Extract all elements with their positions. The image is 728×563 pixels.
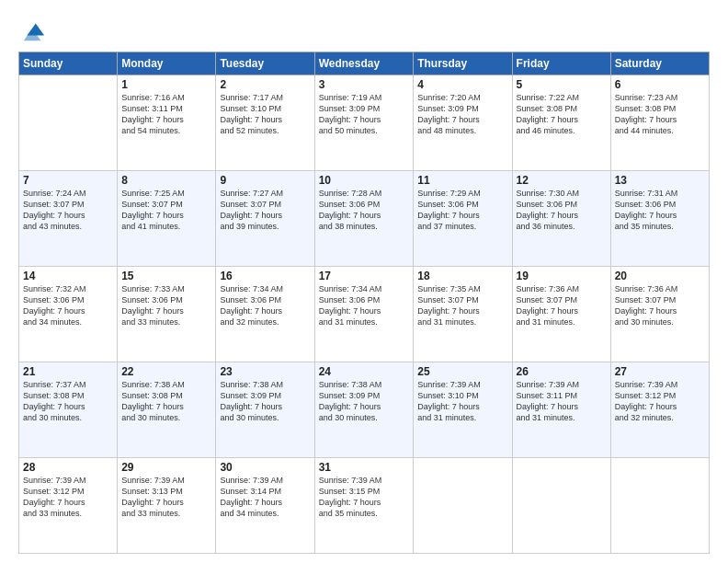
day-info: Sunrise: 7:25 AM Sunset: 3:07 PM Dayligh… [121, 188, 211, 233]
calendar-cell: 8Sunrise: 7:25 AM Sunset: 3:07 PM Daylig… [118, 171, 216, 267]
day-info: Sunrise: 7:32 AM Sunset: 3:06 PM Dayligh… [23, 283, 113, 328]
day-number: 24 [319, 365, 410, 378]
calendar-cell: 13Sunrise: 7:31 AM Sunset: 3:06 PM Dayli… [610, 171, 709, 267]
calendar-cell: 15Sunrise: 7:33 AM Sunset: 3:06 PM Dayli… [118, 267, 216, 362]
calendar-cell: 23Sunrise: 7:38 AM Sunset: 3:09 PM Dayli… [216, 362, 314, 458]
calendar-cell: 26Sunrise: 7:39 AM Sunset: 3:11 PM Dayli… [512, 362, 610, 458]
day-info: Sunrise: 7:34 AM Sunset: 3:06 PM Dayligh… [319, 283, 410, 328]
calendar-cell: 11Sunrise: 7:29 AM Sunset: 3:06 PM Dayli… [414, 171, 512, 267]
day-number: 5 [517, 78, 607, 91]
day-number: 7 [23, 174, 113, 187]
day-info: Sunrise: 7:24 AM Sunset: 3:07 PM Dayligh… [23, 188, 113, 233]
calendar-cell: 1Sunrise: 7:16 AM Sunset: 3:11 PM Daylig… [118, 75, 216, 171]
day-info: Sunrise: 7:31 AM Sunset: 3:06 PM Dayligh… [615, 188, 705, 233]
calendar-cell: 2Sunrise: 7:17 AM Sunset: 3:10 PM Daylig… [216, 75, 314, 171]
logo [18, 17, 46, 42]
day-info: Sunrise: 7:39 AM Sunset: 3:14 PM Dayligh… [220, 475, 310, 520]
day-info: Sunrise: 7:38 AM Sunset: 3:08 PM Dayligh… [121, 379, 211, 424]
day-number: 26 [517, 365, 607, 378]
day-number: 15 [121, 270, 211, 282]
calendar-cell: 29Sunrise: 7:39 AM Sunset: 3:13 PM Dayli… [118, 458, 216, 554]
day-info: Sunrise: 7:34 AM Sunset: 3:06 PM Dayligh… [220, 283, 310, 328]
calendar-cell: 9Sunrise: 7:27 AM Sunset: 3:07 PM Daylig… [216, 171, 314, 267]
day-number: 27 [615, 365, 705, 378]
calendar-cell: 19Sunrise: 7:36 AM Sunset: 3:07 PM Dayli… [512, 267, 610, 362]
calendar-cell: 5Sunrise: 7:22 AM Sunset: 3:08 PM Daylig… [512, 75, 610, 171]
calendar-cell: 6Sunrise: 7:23 AM Sunset: 3:08 PM Daylig… [610, 75, 709, 171]
header [18, 17, 710, 42]
day-number: 22 [121, 365, 211, 378]
calendar-cell: 30Sunrise: 7:39 AM Sunset: 3:14 PM Dayli… [216, 458, 314, 554]
day-number: 29 [121, 461, 211, 474]
day-number: 6 [615, 78, 705, 91]
calendar-cell: 3Sunrise: 7:19 AM Sunset: 3:09 PM Daylig… [314, 75, 414, 171]
calendar-week-1: 1Sunrise: 7:16 AM Sunset: 3:11 PM Daylig… [19, 75, 710, 171]
calendar-cell: 24Sunrise: 7:38 AM Sunset: 3:09 PM Dayli… [314, 362, 414, 458]
day-info: Sunrise: 7:30 AM Sunset: 3:06 PM Dayligh… [517, 188, 607, 233]
day-info: Sunrise: 7:36 AM Sunset: 3:07 PM Dayligh… [615, 283, 705, 328]
logo-icon [20, 17, 46, 42]
day-number: 1 [121, 78, 211, 91]
day-number: 23 [220, 365, 310, 378]
day-info: Sunrise: 7:20 AM Sunset: 3:09 PM Dayligh… [417, 92, 507, 137]
day-number: 3 [319, 78, 410, 91]
day-info: Sunrise: 7:37 AM Sunset: 3:08 PM Dayligh… [23, 379, 113, 424]
calendar-cell: 17Sunrise: 7:34 AM Sunset: 3:06 PM Dayli… [314, 267, 414, 362]
calendar-cell: 27Sunrise: 7:39 AM Sunset: 3:12 PM Dayli… [610, 362, 709, 458]
day-info: Sunrise: 7:39 AM Sunset: 3:10 PM Dayligh… [417, 379, 507, 424]
calendar-cell: 25Sunrise: 7:39 AM Sunset: 3:10 PM Dayli… [414, 362, 512, 458]
day-number: 4 [417, 78, 507, 91]
day-info: Sunrise: 7:36 AM Sunset: 3:07 PM Dayligh… [517, 283, 607, 328]
day-info: Sunrise: 7:39 AM Sunset: 3:15 PM Dayligh… [319, 475, 410, 520]
day-info: Sunrise: 7:17 AM Sunset: 3:10 PM Dayligh… [220, 92, 310, 137]
calendar-cell: 4Sunrise: 7:20 AM Sunset: 3:09 PM Daylig… [414, 75, 512, 171]
day-number: 12 [517, 174, 607, 187]
calendar-week-3: 14Sunrise: 7:32 AM Sunset: 3:06 PM Dayli… [19, 267, 710, 362]
calendar-cell: 7Sunrise: 7:24 AM Sunset: 3:07 PM Daylig… [19, 171, 118, 267]
calendar-week-2: 7Sunrise: 7:24 AM Sunset: 3:07 PM Daylig… [19, 171, 710, 267]
calendar-cell: 21Sunrise: 7:37 AM Sunset: 3:08 PM Dayli… [19, 362, 118, 458]
calendar-week-5: 28Sunrise: 7:39 AM Sunset: 3:12 PM Dayli… [19, 458, 710, 554]
day-number: 17 [319, 270, 410, 282]
day-number: 14 [23, 270, 113, 282]
day-number: 16 [220, 270, 310, 282]
day-number: 31 [319, 461, 410, 474]
day-info: Sunrise: 7:39 AM Sunset: 3:12 PM Dayligh… [615, 379, 705, 424]
day-info: Sunrise: 7:16 AM Sunset: 3:11 PM Dayligh… [121, 92, 211, 137]
calendar-cell [512, 458, 610, 554]
calendar-header-row: SundayMondayTuesdayWednesdayThursdayFrid… [19, 52, 710, 75]
day-number: 2 [220, 78, 310, 91]
col-header-tuesday: Tuesday [216, 52, 314, 75]
day-number: 13 [615, 174, 705, 187]
calendar-cell: 16Sunrise: 7:34 AM Sunset: 3:06 PM Dayli… [216, 267, 314, 362]
day-info: Sunrise: 7:28 AM Sunset: 3:06 PM Dayligh… [319, 188, 410, 233]
calendar-cell [610, 458, 709, 554]
day-number: 25 [417, 365, 507, 378]
day-info: Sunrise: 7:19 AM Sunset: 3:09 PM Dayligh… [319, 92, 410, 137]
day-number: 8 [121, 174, 211, 187]
col-header-thursday: Thursday [414, 52, 512, 75]
col-header-wednesday: Wednesday [314, 52, 414, 75]
calendar-cell [414, 458, 512, 554]
calendar-cell: 10Sunrise: 7:28 AM Sunset: 3:06 PM Dayli… [314, 171, 414, 267]
calendar-cell: 12Sunrise: 7:30 AM Sunset: 3:06 PM Dayli… [512, 171, 610, 267]
day-number: 20 [615, 270, 705, 282]
calendar-cell: 14Sunrise: 7:32 AM Sunset: 3:06 PM Dayli… [19, 267, 118, 362]
page: SundayMondayTuesdayWednesdayThursdayFrid… [0, 0, 728, 563]
day-info: Sunrise: 7:39 AM Sunset: 3:11 PM Dayligh… [517, 379, 607, 424]
day-info: Sunrise: 7:22 AM Sunset: 3:08 PM Dayligh… [517, 92, 607, 137]
day-number: 28 [23, 461, 113, 474]
day-number: 18 [417, 270, 507, 282]
day-info: Sunrise: 7:35 AM Sunset: 3:07 PM Dayligh… [417, 283, 507, 328]
day-number: 30 [220, 461, 310, 474]
day-info: Sunrise: 7:29 AM Sunset: 3:06 PM Dayligh… [417, 188, 507, 233]
day-info: Sunrise: 7:23 AM Sunset: 3:08 PM Dayligh… [615, 92, 705, 137]
day-info: Sunrise: 7:27 AM Sunset: 3:07 PM Dayligh… [220, 188, 310, 233]
calendar-cell: 20Sunrise: 7:36 AM Sunset: 3:07 PM Dayli… [610, 267, 709, 362]
day-info: Sunrise: 7:39 AM Sunset: 3:12 PM Dayligh… [23, 475, 113, 520]
day-info: Sunrise: 7:33 AM Sunset: 3:06 PM Dayligh… [121, 283, 211, 328]
col-header-saturday: Saturday [610, 52, 709, 75]
day-info: Sunrise: 7:38 AM Sunset: 3:09 PM Dayligh… [220, 379, 310, 424]
calendar-cell [19, 75, 118, 171]
col-header-sunday: Sunday [19, 52, 118, 75]
